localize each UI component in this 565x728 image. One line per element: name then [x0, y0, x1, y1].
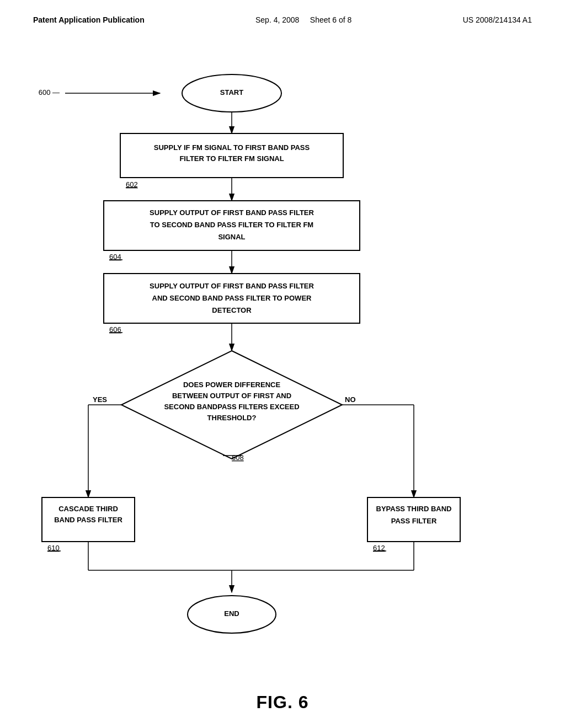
header: Patent Application Publication Sep. 4, 2… — [0, 0, 565, 30]
step-612-line2: PASS FILTER — [391, 517, 437, 525]
end-label: END — [224, 609, 239, 618]
decision-608-line3: SECOND BANDPASS FILTERS EXCEED — [164, 403, 299, 411]
step-610-line1: CASCADE THIRD — [58, 505, 118, 513]
step-604-line1: SUPPLY OUTPUT OF FIRST BAND PASS FILTER — [150, 208, 314, 217]
yes-label: YES — [93, 395, 107, 404]
step-610-line2: BAND PASS FILTER — [54, 516, 122, 524]
header-date-sheet: Sep. 4, 2008 Sheet 6 of 8 — [255, 15, 351, 24]
decision-608-ref: 608 — [232, 453, 244, 462]
header-publication: Patent Application Publication — [33, 15, 145, 24]
flowchart-area: text { font-family: Arial, Helvetica, sa… — [0, 35, 565, 664]
no-label: NO — [345, 395, 356, 404]
figure-label: FIG. 6 — [257, 692, 309, 713]
step-604-line3: SIGNAL — [218, 233, 245, 241]
step-604-line2: TO SECOND BAND PASS FILTER TO FILTER FM — [150, 221, 313, 229]
header-patent-number: US 2008/214134 A1 — [463, 15, 532, 24]
decision-608-line2: BETWEEN OUTPUT OF FIRST AND — [172, 392, 291, 400]
decision-608-line4: THRESHOLD? — [207, 414, 257, 422]
start-label: START — [220, 88, 243, 97]
step-612-line1: BYPASS THIRD BAND — [376, 505, 452, 513]
header-date: Sep. 4, 2008 — [255, 15, 299, 24]
header-sheet: Sheet 6 of 8 — [310, 15, 352, 24]
decision-608-line1: DOES POWER DIFFERENCE — [183, 381, 281, 389]
step-602-line2: FILTER TO FILTER FM SIGNAL — [179, 154, 284, 163]
step-606-line1: SUPPLY OUTPUT OF FIRST BAND PASS FILTER — [150, 282, 314, 290]
step-602-line1: SUPPLY IF FM SIGNAL TO FIRST BAND PASS — [154, 143, 310, 152]
step-606-line2: AND SECOND BAND PASS FILTER TO POWER — [152, 294, 312, 302]
ref-600: 600 — — [39, 88, 60, 97]
flowchart-svg: text { font-family: Arial, Helvetica, sa… — [0, 35, 565, 664]
page: Patent Application Publication Sep. 4, 2… — [0, 0, 565, 728]
step-606-line3: DETECTOR — [212, 306, 252, 314]
